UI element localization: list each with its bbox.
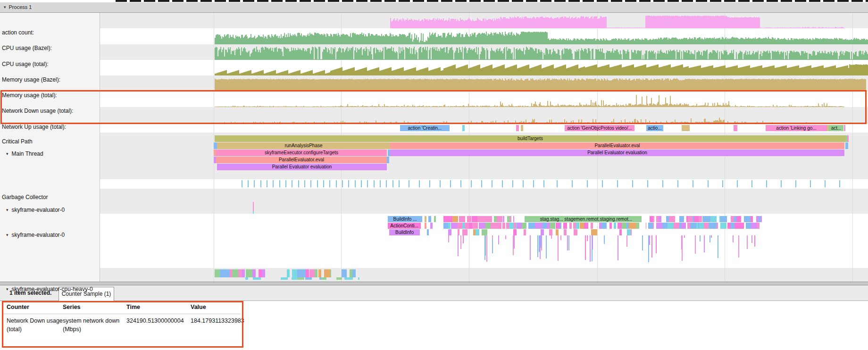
slice-labeled[interactable]: runAnalysisPhase: [217, 142, 390, 149]
slice[interactable]: [380, 180, 381, 187]
slice[interactable]: [259, 269, 262, 277]
slice[interactable]: [619, 229, 622, 235]
slice[interactable]: [751, 216, 753, 222]
slice[interactable]: [723, 216, 727, 222]
slice[interactable]: [537, 235, 538, 257]
slice[interactable]: [267, 180, 267, 187]
slice[interactable]: [674, 223, 679, 229]
slice[interactable]: [845, 142, 848, 149]
slice[interactable]: [489, 216, 492, 222]
slice[interactable]: [348, 180, 349, 187]
slice[interactable]: [647, 180, 648, 187]
slice-labeled[interactable]: ActionConti...: [388, 223, 421, 229]
slice[interactable]: [225, 269, 230, 277]
slice[interactable]: [317, 180, 318, 187]
slice[interactable]: [462, 229, 467, 235]
panel-splitter[interactable]: [0, 282, 868, 285]
slice[interactable]: [521, 125, 523, 131]
slice[interactable]: [751, 180, 752, 187]
slice[interactable]: [279, 180, 280, 187]
slice[interactable]: [477, 216, 483, 222]
slice-labeled[interactable]: BuildInfo ...: [388, 216, 422, 222]
slice[interactable]: [825, 180, 826, 187]
slice-labeled[interactable]: action 'Creatin...: [400, 125, 450, 131]
slice[interactable]: [708, 180, 709, 187]
slice[interactable]: [336, 277, 342, 280]
slice[interactable]: [344, 269, 347, 277]
slice[interactable]: [427, 229, 429, 235]
slice[interactable]: [492, 180, 492, 187]
slice[interactable]: [542, 223, 547, 229]
slice[interactable]: [681, 223, 686, 229]
slice[interactable]: [440, 180, 441, 187]
slice[interactable]: [711, 223, 717, 229]
slice[interactable]: [460, 180, 461, 187]
slice[interactable]: [386, 180, 387, 187]
slice[interactable]: [214, 142, 217, 149]
slice[interactable]: [242, 269, 245, 277]
slice[interactable]: [626, 235, 627, 247]
slice[interactable]: [543, 180, 544, 187]
slice[interactable]: [844, 125, 845, 131]
slice[interactable]: [662, 180, 663, 187]
slice[interactable]: [642, 235, 643, 238]
slice[interactable]: [541, 229, 544, 235]
slice[interactable]: [409, 180, 409, 187]
slice[interactable]: [479, 223, 485, 229]
slice[interactable]: [509, 223, 514, 229]
slice[interactable]: [507, 216, 510, 222]
slice[interactable]: [539, 235, 540, 252]
slice[interactable]: [558, 235, 559, 261]
sky2-track[interactable]: BuildInfo ...stag.stag... stagemen.remot…: [100, 214, 868, 268]
slice[interactable]: [690, 223, 697, 229]
slice[interactable]: [586, 223, 588, 229]
slice[interactable]: [492, 235, 493, 239]
slice[interactable]: [535, 223, 538, 229]
slice[interactable]: [646, 223, 646, 229]
slice[interactable]: [614, 223, 617, 229]
slice[interactable]: [618, 235, 618, 260]
slice[interactable]: [587, 180, 588, 187]
slice[interactable]: [246, 269, 252, 277]
mem-total-track[interactable]: [100, 75, 868, 91]
slice[interactable]: [458, 229, 460, 235]
slice[interactable]: [260, 180, 261, 187]
slice[interactable]: [305, 277, 312, 280]
slice[interactable]: [232, 269, 238, 277]
slice[interactable]: [650, 216, 653, 222]
col-series[interactable]: Series: [63, 304, 81, 310]
slice[interactable]: [484, 216, 489, 222]
slice[interactable]: [346, 277, 353, 280]
slice-labeled[interactable]: Parallel Evaluator evaluation: [217, 164, 387, 170]
slice[interactable]: [242, 180, 242, 187]
slice[interactable]: [704, 235, 705, 252]
slice[interactable]: [253, 202, 254, 211]
slice-labeled[interactable]: ParallelEvaluator.eval: [216, 157, 387, 163]
slice[interactable]: [754, 235, 755, 247]
slice[interactable]: [574, 229, 577, 235]
net-down-track[interactable]: [100, 91, 868, 107]
slice[interactable]: [310, 180, 311, 187]
slice[interactable]: [587, 235, 588, 241]
slice[interactable]: [693, 180, 693, 187]
slice[interactable]: [669, 216, 675, 222]
slice[interactable]: [576, 223, 579, 229]
slice[interactable]: [560, 223, 561, 229]
slice[interactable]: [330, 269, 331, 277]
slice[interactable]: [287, 269, 290, 277]
slice[interactable]: [336, 180, 337, 187]
slice[interactable]: [695, 235, 696, 254]
slice[interactable]: [450, 180, 451, 187]
collapse-triangle-icon[interactable]: [6, 151, 8, 156]
slice[interactable]: [292, 269, 297, 277]
slice[interactable]: [513, 235, 514, 255]
slice[interactable]: [429, 180, 430, 187]
slice[interactable]: [727, 223, 731, 229]
slice[interactable]: [766, 180, 767, 187]
slice[interactable]: [497, 216, 503, 222]
slice[interactable]: [513, 229, 517, 235]
slice[interactable]: [653, 216, 654, 222]
cell-series[interactable]: system network down(Mbps): [63, 317, 119, 333]
action-count-track[interactable]: [100, 13, 868, 28]
slice[interactable]: [215, 269, 220, 277]
